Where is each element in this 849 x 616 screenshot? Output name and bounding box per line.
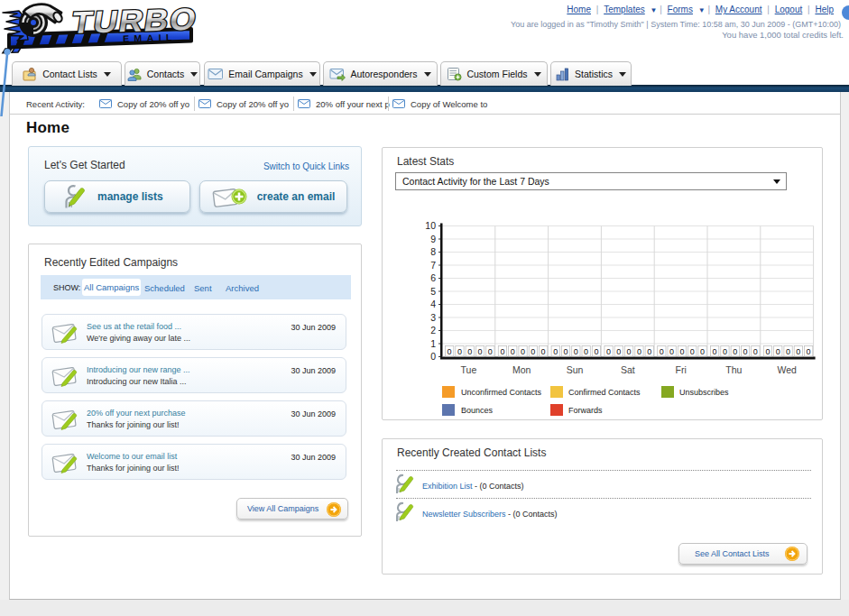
svg-text:0: 0 [733,347,737,356]
svg-text:Tue: Tue [461,364,477,375]
svg-text:0: 0 [511,347,515,356]
svg-text:Sun: Sun [567,364,584,375]
svg-text:6: 6 [430,272,436,283]
svg-text:0: 0 [553,347,558,356]
svg-text:0: 0 [807,347,811,356]
svg-text:9: 9 [430,234,436,244]
svg-text:4: 4 [430,299,436,309]
svg-text:0: 0 [743,347,747,356]
svg-text:7: 7 [430,260,436,271]
svg-text:0: 0 [765,347,770,356]
svg-text:5: 5 [430,286,436,297]
svg-text:0: 0 [637,347,641,356]
svg-text:0: 0 [606,347,611,356]
svg-text:0: 0 [430,351,436,362]
svg-text:10: 10 [425,220,436,231]
svg-text:Sat: Sat [621,364,635,375]
svg-text:0: 0 [627,347,632,356]
svg-text:0: 0 [457,347,462,356]
svg-text:Thu: Thu [725,364,742,375]
svg-text:0: 0 [647,347,651,356]
svg-text:0: 0 [713,347,717,356]
svg-text:0: 0 [776,347,780,356]
svg-text:0: 0 [500,347,504,356]
svg-text:Wed: Wed [777,364,797,375]
svg-text:0: 0 [467,347,472,356]
svg-text:0: 0 [616,347,621,356]
svg-text:Mon: Mon [512,364,531,375]
svg-text:0: 0 [660,347,664,356]
svg-text:TURBO: TURBO [69,2,200,41]
svg-text:0: 0 [531,347,535,356]
svg-text:1: 1 [430,338,436,349]
svg-text:0: 0 [786,347,790,356]
svg-text:0: 0 [700,347,705,356]
svg-text:0: 0 [679,347,684,356]
svg-text:0: 0 [541,347,546,356]
svg-text:0: 0 [690,347,695,356]
svg-text:0: 0 [477,347,482,356]
svg-text:8: 8 [430,246,436,257]
svg-text:Fri: Fri [675,364,686,375]
svg-text:0: 0 [448,347,452,356]
svg-text:0: 0 [584,347,588,356]
svg-text:0: 0 [723,347,727,356]
svg-text:0: 0 [669,347,674,356]
svg-text:0: 0 [563,347,568,356]
svg-text:0: 0 [796,347,800,356]
svg-text:0: 0 [594,347,598,356]
svg-text:3: 3 [430,312,436,323]
svg-text:0: 0 [574,347,578,356]
svg-text:0: 0 [488,347,493,356]
svg-text:0: 0 [521,347,525,356]
svg-text:2: 2 [430,325,436,336]
svg-text:0: 0 [753,347,758,356]
